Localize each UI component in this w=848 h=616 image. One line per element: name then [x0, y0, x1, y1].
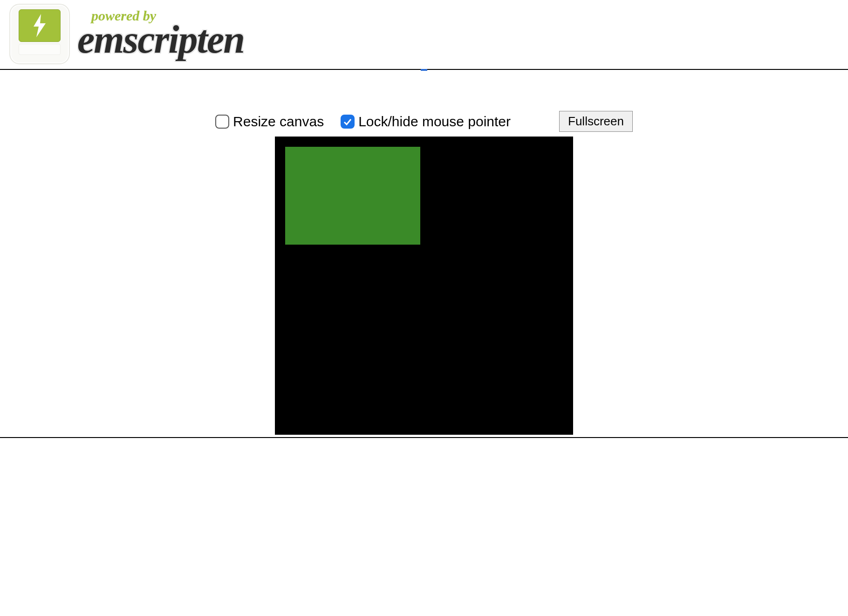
progress-indicator [421, 69, 427, 71]
header: powered by emscripten [0, 0, 848, 64]
svg-marker-0 [34, 14, 46, 37]
resize-canvas-checkbox[interactable] [215, 115, 229, 129]
green-rectangle [285, 147, 420, 245]
logo-keyboard-icon [19, 44, 61, 55]
canvas[interactable] [275, 137, 573, 435]
emscripten-logo-badge [9, 4, 70, 64]
resize-canvas-label: Resize canvas [233, 114, 324, 130]
lightning-icon [19, 9, 61, 42]
fullscreen-button[interactable]: Fullscreen [559, 111, 633, 132]
controls-row: Resize canvas Lock/hide mouse pointer Fu… [0, 111, 848, 132]
lock-hide-pointer-checkbox[interactable] [341, 115, 355, 129]
divider-bottom [0, 437, 848, 438]
emscripten-title: emscripten [77, 20, 244, 59]
lock-hide-pointer-label: Lock/hide mouse pointer [358, 114, 511, 130]
logo-text: powered by emscripten [77, 9, 244, 59]
